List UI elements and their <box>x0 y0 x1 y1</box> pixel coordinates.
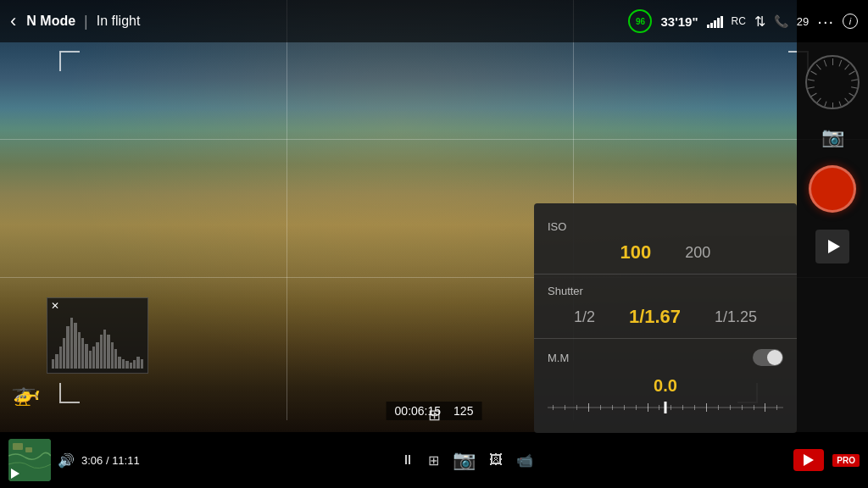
youtube-play-icon <box>804 454 814 466</box>
bracket-bl <box>59 383 80 403</box>
toggle-knob <box>767 350 782 365</box>
right-panel: 📷 <box>797 42 868 432</box>
battery-circle: 96 <box>628 9 652 33</box>
svg-rect-1 <box>13 443 23 450</box>
timer-value: 125 <box>453 404 473 418</box>
histogram-close-button[interactable]: ✕ <box>51 300 59 312</box>
phone-signal-icon: 📞 <box>774 14 788 28</box>
gimbal-icon: ⇅ <box>754 14 765 30</box>
histogram-bar <box>130 363 132 369</box>
flight-time: 33'19" <box>660 14 698 29</box>
iso-values: 100 200 <box>548 241 783 263</box>
bar5 <box>721 16 723 28</box>
bar4 <box>717 18 720 28</box>
iso-value-active[interactable]: 100 <box>620 241 652 263</box>
mm-toggle[interactable] <box>753 349 783 366</box>
playback-button[interactable] <box>815 230 849 263</box>
rc-label: RC <box>732 15 746 27</box>
mm-section: M.M <box>534 342 797 373</box>
info-button[interactable]: i <box>843 14 858 29</box>
settings-panel: ISO 100 200 Shutter 1/2 1/1.67 1/1.25 M.… <box>534 203 797 433</box>
battery-pct: 96 <box>636 17 645 26</box>
video-mode-button[interactable]: 📹 <box>516 452 533 469</box>
shutter-value-center[interactable]: 1/1.67 <box>629 306 681 328</box>
shutter-value-left[interactable]: 1/2 <box>574 308 595 326</box>
left-panel: 🚁 <box>0 42 51 432</box>
more-button[interactable]: ··· <box>817 12 834 31</box>
battery-indicator: 96 <box>628 9 652 33</box>
bottom-right-icons: PRO <box>793 449 860 471</box>
mm-value: 0.0 <box>548 376 783 396</box>
map-play-icon <box>11 469 19 479</box>
bar3 <box>714 20 716 28</box>
youtube-button[interactable] <box>793 449 824 471</box>
histogram-bar <box>81 338 84 369</box>
top-bar-right: 96 33'19" RC ⇅ 📞 29 ··· i <box>628 9 858 33</box>
bracket-tl <box>59 51 80 71</box>
separator: | <box>84 13 88 30</box>
svg-rect-2 <box>25 447 32 452</box>
bar1 <box>707 25 709 28</box>
histogram-bar <box>70 318 73 369</box>
mm-slider[interactable] <box>548 399 783 416</box>
phone-signal-value: 29 <box>797 15 809 28</box>
camera-switch-button[interactable]: 📷 <box>821 126 844 148</box>
filter-button[interactable]: ⊞ <box>428 406 441 424</box>
histogram-bar <box>141 359 143 369</box>
iso-section: ISO 100 200 <box>534 214 797 270</box>
histogram-bar <box>118 357 120 369</box>
iso-label: ISO <box>548 220 783 233</box>
histogram-bar <box>92 347 95 369</box>
bar2 <box>710 23 713 28</box>
top-bar: ‹ N Mode | In flight 96 33'19" RC ⇅ 📞 29… <box>0 0 868 42</box>
play-time: 3:06 / 11:11 <box>81 454 140 467</box>
record-button[interactable] <box>809 165 856 213</box>
histogram-bar <box>63 338 65 369</box>
volume-button[interactable]: 🔊 <box>58 452 75 469</box>
info-icon: i <box>849 16 851 26</box>
shutter-value-right[interactable]: 1/1.25 <box>715 308 757 326</box>
histogram-bar <box>89 351 92 369</box>
back-button[interactable]: ‹ <box>10 10 16 32</box>
histogram-bar <box>78 332 81 369</box>
histogram-bar <box>55 354 58 369</box>
histogram-bar <box>133 360 136 369</box>
flight-status: In flight <box>97 14 141 29</box>
histogram-bar <box>100 335 103 369</box>
photo-mode-button[interactable]: 🖼 <box>489 452 503 468</box>
histogram-bar <box>136 357 139 369</box>
mode-label: N Mode <box>26 14 75 29</box>
histogram-bar <box>107 335 109 369</box>
drone-icon[interactable]: 🚁 <box>11 379 41 407</box>
bottom-bar: 🔊 3:06 / 11:11 ⏸ ⊞ 📷 🖼 📹 PRO <box>0 432 868 488</box>
histogram-bar <box>85 344 87 369</box>
histogram-bar <box>66 326 69 369</box>
divider-2 <box>534 338 797 339</box>
histogram-bar <box>111 342 114 369</box>
divider-1 <box>534 274 797 274</box>
signal-bars <box>707 14 723 28</box>
shutter-label: Shutter <box>548 285 783 297</box>
bottom-center-controls: ⏸ ⊞ 📷 🖼 📹 <box>140 449 794 471</box>
mm-value-section: 0.0 <box>534 373 797 423</box>
histogram-panel: ✕ <box>47 297 148 374</box>
iso-value-right[interactable]: 200 <box>685 244 710 262</box>
exposure-dial[interactable] <box>805 55 860 109</box>
histogram-bar <box>122 359 125 369</box>
pause-button[interactable]: ⏸ <box>401 452 415 468</box>
dial-ring <box>805 55 860 109</box>
histogram-bar <box>103 330 106 369</box>
histogram-bar <box>59 347 62 369</box>
histogram-bar <box>125 361 128 369</box>
map-thumbnail[interactable] <box>8 439 51 481</box>
shutter-section: Shutter 1/2 1/1.67 1/1.25 <box>534 278 797 335</box>
pro-badge[interactable]: PRO <box>832 454 860 467</box>
play-triangle-icon <box>828 240 840 253</box>
grid-view-button[interactable]: ⊞ <box>428 452 439 469</box>
slider-thumb <box>665 402 667 413</box>
mm-label: M.M <box>548 352 753 364</box>
camera-shutter-button[interactable]: 📷 <box>453 449 476 471</box>
histogram-canvas <box>47 298 147 373</box>
histogram-bar <box>74 323 76 369</box>
histogram-bar <box>114 349 117 369</box>
